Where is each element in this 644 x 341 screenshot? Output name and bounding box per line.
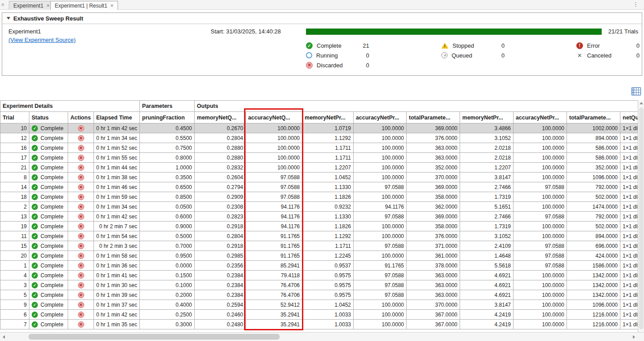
tab-label: Experiment1 (13, 3, 43, 9)
table-row[interactable]: 11Complete0 hr 1 min 54 sec0.50000.28049… (0, 231, 638, 241)
column-header[interactable]: Status (29, 112, 68, 123)
discard-trial-icon[interactable] (78, 214, 84, 220)
discard-trial-icon[interactable] (78, 135, 84, 141)
cell: 3.1052 (460, 231, 514, 241)
scroll-up-icon[interactable] (640, 102, 643, 104)
discard-trial-icon[interactable] (78, 233, 84, 239)
cell: Complete (29, 310, 68, 320)
table-row[interactable]: 5Complete0 hr 1 min 39 sec0.20000.238476… (0, 290, 638, 300)
table-row[interactable]: 13Complete0 hr 1 min 42 sec0.60000.28239… (0, 212, 638, 222)
discard-trial-icon[interactable] (78, 253, 84, 259)
cell: 0 hr 1 min 30 sec (94, 280, 140, 290)
cell: 0.2670 (195, 123, 246, 133)
column-header[interactable]: accuracyNetQ... (246, 112, 302, 123)
table-row[interactable]: 9Complete0 hr 1 min 37 sec0.40000.259452… (0, 300, 638, 310)
status-text: Complete (41, 155, 63, 161)
discard-trial-icon[interactable] (78, 194, 84, 200)
cell: 1×1 dlne (620, 251, 638, 261)
scroll-right-icon[interactable] (633, 335, 635, 339)
cell: 97.0588 (354, 280, 407, 290)
discard-trial-icon[interactable] (78, 174, 84, 181)
discard-trial-icon[interactable] (78, 243, 84, 249)
table-row[interactable]: 15Complete0 hr 2 min 3 sec0.70000.291891… (0, 241, 638, 251)
table-row[interactable]: 1Complete0 hr 1 min 36 sec0.00000.235685… (0, 261, 638, 271)
collapse-arrow-icon[interactable] (7, 17, 10, 20)
cell: 100.0000 (514, 173, 567, 182)
scroll-left-icon[interactable] (3, 335, 5, 339)
vertical-scrollbar[interactable] (638, 100, 644, 332)
table-row[interactable]: 3Complete0 hr 1 min 30 sec0.10000.238476… (0, 280, 638, 290)
discard-trial-icon[interactable] (78, 312, 84, 318)
table-row[interactable]: 14Complete0 hr 1 min 46 sec0.65000.27949… (0, 182, 638, 192)
table-row[interactable]: 2Complete0 hr 1 min 34 sec0.05000.230894… (0, 202, 638, 212)
table-row[interactable]: 17Complete0 hr 1 min 55 sec0.80000.28801… (0, 153, 638, 163)
complete-icon (32, 145, 38, 151)
discard-trial-icon[interactable] (78, 164, 84, 171)
cell: 0.1000 (140, 280, 195, 290)
cell: Complete (29, 271, 68, 280)
cell: 367.0000 (407, 310, 460, 320)
cell: 369.0000 (407, 212, 460, 222)
cell (68, 290, 94, 300)
cell: 0.1500 (140, 271, 195, 280)
table-row[interactable]: 8Complete0 hr 1 min 38 sec0.35000.260497… (0, 173, 638, 182)
tab-experiment1-result1[interactable]: Experiment1 | Result1 × (50, 1, 118, 10)
table-row[interactable]: 21Complete0 hr 1 min 44 sec1.00000.28321… (0, 163, 638, 173)
column-header[interactable]: accuracyNetPr... (354, 112, 407, 123)
cell: Complete (29, 153, 68, 163)
column-header[interactable]: Trial (0, 112, 29, 123)
column-header[interactable]: netQuan (620, 112, 638, 123)
discard-trial-icon[interactable] (78, 184, 84, 190)
column-header[interactable]: memoryNetQ... (195, 112, 246, 123)
table-row[interactable]: 4Complete0 hr 1 min 41 sec0.15000.238479… (0, 271, 638, 280)
cell: 97.0588 (514, 182, 567, 192)
table-row[interactable]: 10Complete0 hr 1 min 42 sec0.45000.26701… (0, 123, 638, 133)
column-header[interactable]: memoryNetPr... (460, 112, 514, 123)
table-row[interactable]: 19Complete0 hr 2 min 7 sec0.90000.291894… (0, 222, 638, 231)
more-options-icon[interactable]: ⋮ (633, 1, 639, 8)
discard-trial-icon[interactable] (78, 302, 84, 308)
export-table-icon[interactable] (631, 86, 641, 96)
discard-trial-icon[interactable] (78, 321, 84, 328)
cell: 1.2207 (460, 163, 514, 173)
table-row[interactable]: 18Complete0 hr 1 min 59 sec0.85000.29099… (0, 192, 638, 202)
discard-trial-icon[interactable] (78, 272, 84, 279)
close-tab-icon[interactable]: × (46, 3, 49, 9)
column-header[interactable]: pruningFraction (140, 112, 195, 123)
column-header[interactable]: memoryNetPr... (302, 112, 354, 123)
cell: 1×1 dlne (620, 202, 638, 212)
vertical-scrollbar-thumb[interactable] (639, 107, 644, 329)
discard-trial-icon[interactable] (78, 292, 84, 298)
column-header[interactable]: totalParamete... (567, 112, 620, 123)
cell: 1.1711 (302, 153, 354, 163)
table-row[interactable]: 7Complete0 hr 1 min 35 sec0.30000.248035… (0, 320, 638, 329)
table-row[interactable]: 12Complete0 hr 1 min 34 sec0.55000.28041… (0, 133, 638, 143)
table-row[interactable]: 6Complete0 hr 1 min 42 sec0.25000.246035… (0, 310, 638, 320)
cell: 91.1765 (246, 241, 302, 251)
discard-trial-icon[interactable] (78, 125, 84, 131)
discard-trial-icon[interactable] (78, 145, 84, 151)
column-header[interactable]: accuracyNetPr... (514, 112, 567, 123)
cell: 1×1 dlne (620, 261, 638, 271)
horizontal-scrollbar-thumb[interactable] (29, 334, 280, 340)
column-header[interactable]: Elapsed Time (94, 112, 140, 123)
status-text: Complete (41, 125, 63, 131)
column-header[interactable]: totalParamete... (407, 112, 460, 123)
discard-trial-icon[interactable] (78, 223, 84, 230)
view-experiment-source-link[interactable]: (View Experiment Source) (8, 37, 76, 43)
table-row[interactable]: 20Complete0 hr 1 min 58 sec0.95000.29859… (0, 251, 638, 261)
status-count: 21 (358, 42, 369, 49)
table-row[interactable]: 16Complete0 hr 1 min 52 sec0.75000.28801… (0, 143, 638, 153)
tab-strip-menu-icon[interactable]: ≡ (1, 2, 5, 8)
status-count: 0 (358, 62, 369, 69)
discard-trial-icon[interactable] (78, 155, 84, 161)
horizontal-scrollbar[interactable] (0, 332, 644, 341)
cell (68, 182, 94, 192)
discard-trial-icon[interactable] (78, 263, 84, 269)
tab-experiment1[interactable]: Experiment1 × (9, 1, 54, 10)
panel-header: Exhaustive Sweep Result (2, 13, 642, 24)
close-tab-icon[interactable]: × (110, 3, 114, 9)
discard-trial-icon[interactable] (78, 204, 84, 210)
column-header[interactable]: Actions (68, 112, 94, 123)
discard-trial-icon[interactable] (78, 282, 84, 288)
